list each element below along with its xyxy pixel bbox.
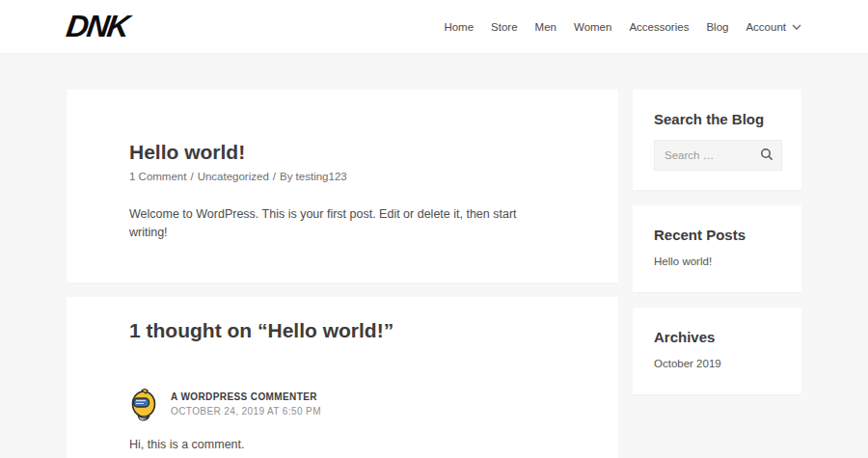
page-content: Hello world! 1 Comment / Uncategorized /…	[67, 90, 801, 458]
sidebar: Search the Blog Recent Posts Hello world…	[633, 90, 801, 410]
meta-separator: /	[190, 171, 193, 182]
nav-item-accessories[interactable]: Accessories	[629, 21, 689, 33]
site-header: DNK Home Store Men Women Accessories Blo…	[0, 0, 868, 54]
nav-item-blog[interactable]: Blog	[706, 21, 728, 33]
nav-item-account[interactable]: Account	[746, 21, 801, 33]
nav-item-account-label: Account	[746, 21, 786, 33]
post-title: Hello world!	[129, 140, 556, 164]
archives-widget: Archives October 2019	[633, 308, 801, 394]
nav-item-store[interactable]: Store	[491, 21, 518, 33]
commenter-avatar-icon	[129, 388, 158, 422]
site-logo[interactable]: DNK	[64, 9, 130, 44]
comment-byline: A WORDPRESS COMMENTER OCTOBER 24, 2019 A…	[171, 388, 321, 417]
post-body-text: Welcome to WordPress. This is your first…	[129, 205, 556, 242]
main-column: Hello world! 1 Comment / Uncategorized /…	[67, 90, 618, 458]
recent-posts-title: Recent Posts	[654, 227, 782, 243]
comment-item: A WORDPRESS COMMENTER OCTOBER 24, 2019 A…	[129, 388, 556, 458]
post-category-link[interactable]: Uncategorized	[198, 171, 269, 182]
nav-item-home[interactable]: Home	[444, 21, 474, 33]
search-button[interactable]	[759, 148, 774, 163]
post-card: Hello world! 1 Comment / Uncategorized /…	[67, 90, 618, 283]
recent-posts-widget: Recent Posts Hello world!	[633, 205, 801, 292]
meta-separator: /	[273, 171, 276, 182]
comment-text-line: To get started with moderating, editing,…	[129, 454, 556, 458]
comment-header: A WORDPRESS COMMENTER OCTOBER 24, 2019 A…	[129, 388, 556, 422]
main-navigation: Home Store Men Women Accessories Blog Ac…	[444, 21, 801, 33]
search-widget-title: Search the Blog	[654, 111, 782, 127]
comments-card: 1 thought on “Hello world!”	[67, 297, 618, 458]
comment-author-link[interactable]: A WORDPRESS COMMENTER	[171, 391, 321, 402]
post-meta: 1 Comment / Uncategorized / By testing12…	[129, 171, 556, 182]
chevron-down-icon	[792, 24, 801, 30]
recent-post-link[interactable]: Hello world!	[654, 256, 712, 267]
comments-heading: 1 thought on “Hello world!”	[129, 318, 556, 343]
comment-body: Hi, this is a comment. To get started wi…	[129, 436, 556, 458]
nav-item-women[interactable]: Women	[574, 21, 611, 33]
post-author-link[interactable]: By testing123	[280, 171, 347, 182]
search-icon	[760, 148, 773, 164]
archive-month-link[interactable]: October 2019	[654, 358, 721, 369]
archives-title: Archives	[654, 329, 782, 345]
nav-item-men[interactable]: Men	[535, 21, 556, 33]
post-comments-link[interactable]: 1 Comment	[129, 171, 186, 182]
comment-date: OCTOBER 24, 2019 AT 6:50 PM	[171, 406, 321, 417]
search-widget: Search the Blog	[633, 90, 801, 190]
search-box	[654, 140, 782, 171]
comment-text-line: Hi, this is a comment.	[129, 436, 556, 454]
